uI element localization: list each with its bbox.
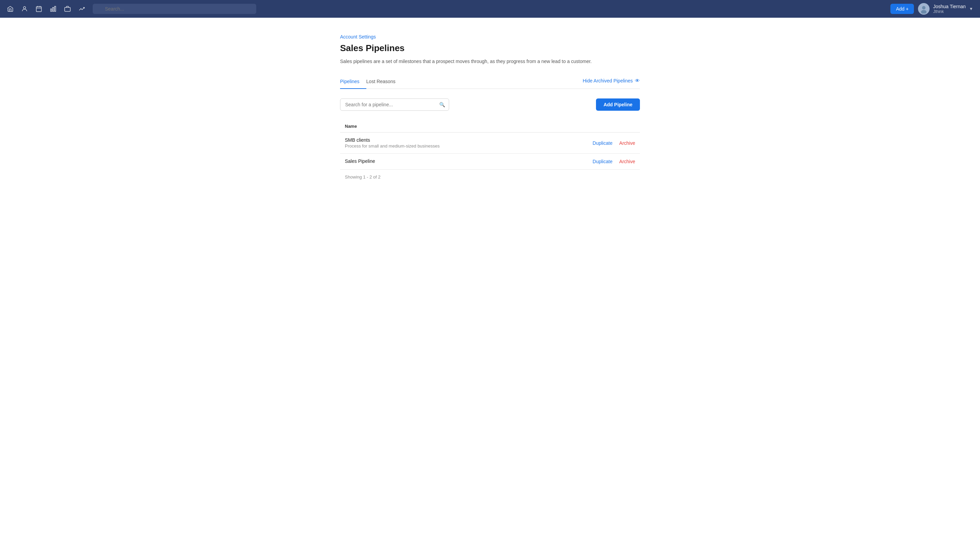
table-row: SMB clients Process for small and medium… [340,133,640,154]
pipeline-search-wrapper: 🔍 [340,99,449,111]
breadcrumb[interactable]: Account Settings [340,34,376,39]
duplicate-button-1[interactable]: Duplicate [593,159,612,164]
nav-right: Add + Joshua Tiernan Jthink ▼ [890,3,973,15]
home-icon[interactable] [7,5,14,12]
global-search-wrapper: 🔍 [93,4,256,14]
svg-rect-1 [36,6,42,11]
contacts-icon[interactable] [21,5,28,12]
pipeline-search-input[interactable] [340,99,449,111]
user-org: Jthink [933,9,966,14]
svg-rect-8 [65,8,71,11]
svg-rect-5 [51,9,52,11]
calendar-icon[interactable] [36,5,42,12]
add-button[interactable]: Add + [890,4,914,14]
tab-pipelines[interactable]: Pipelines [340,75,366,89]
add-pipeline-button[interactable]: Add Pipeline [596,99,640,111]
hide-archived-label: Hide Archived Pipelines [583,78,633,84]
svg-rect-7 [55,6,55,11]
user-menu-chevron: ▼ [969,6,973,11]
tabs: Pipelines Lost Reasons [340,75,402,89]
tabs-row: Pipelines Lost Reasons Hide Archived Pip… [340,75,640,89]
nav-left: 🔍 [7,4,256,14]
duplicate-button-0[interactable]: Duplicate [593,141,612,146]
pipeline-table: Name SMB clients Process for small and m… [340,120,640,170]
table-row: Sales Pipeline Duplicate Archive [340,154,640,170]
deals-icon[interactable] [64,5,71,12]
pipeline-description: Process for small and medium-sized busin… [345,144,535,149]
archive-button-1[interactable]: Archive [619,159,635,164]
hide-archived-toggle[interactable]: Hide Archived Pipelines 👁 [583,78,640,84]
page-title: Sales Pipelines [340,43,640,53]
global-search-input[interactable] [93,4,256,14]
main-content: Account Settings Sales Pipelines Sales p… [327,18,653,196]
avatar [918,3,930,15]
pipeline-name: Sales Pipeline [345,158,535,164]
user-name: Joshua Tiernan [933,4,966,9]
reports-icon[interactable] [50,5,57,12]
showing-count: Showing 1 - 2 of 2 [340,175,640,179]
svg-point-10 [922,6,925,10]
pipeline-actions-cell: Duplicate Archive [540,154,640,170]
user-menu[interactable]: Joshua Tiernan Jthink ▼ [918,3,973,15]
eye-icon: 👁 [635,78,640,84]
pipeline-name-cell: Sales Pipeline [340,154,540,170]
svg-rect-6 [52,8,53,11]
tab-lost-reasons[interactable]: Lost Reasons [366,75,403,89]
archive-button-0[interactable]: Archive [619,141,635,146]
pipeline-name: SMB clients [345,137,535,143]
pipeline-actions-cell: Duplicate Archive [540,133,640,154]
column-header-name: Name [340,120,540,133]
analytics-icon[interactable] [78,5,85,12]
page-description: Sales pipelines are a set of milestones … [340,58,640,65]
actions-row: 🔍 Add Pipeline [340,99,640,111]
svg-point-0 [24,6,26,9]
user-details: Joshua Tiernan Jthink [933,4,966,14]
top-navigation: 🔍 Add + Joshua Tiernan Jthink ▼ [0,0,980,18]
pipeline-name-cell: SMB clients Process for small and medium… [340,133,540,154]
